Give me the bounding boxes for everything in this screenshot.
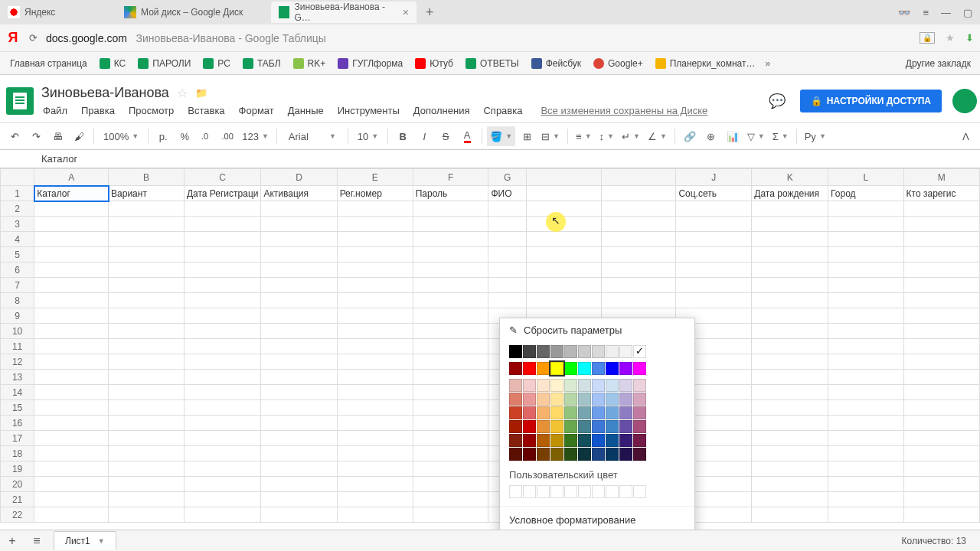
color-swatch[interactable] — [564, 345, 577, 358]
cell[interactable] — [527, 262, 602, 278]
cell[interactable] — [828, 293, 904, 308]
color-swatch[interactable] — [564, 434, 577, 447]
cell[interactable] — [828, 431, 904, 446]
menu-icon[interactable]: ≡ — [923, 7, 929, 18]
formula-bar[interactable]: Каталог — [0, 150, 980, 168]
cell[interactable] — [828, 370, 904, 385]
cell[interactable] — [413, 461, 488, 477]
cell[interactable] — [601, 217, 676, 232]
color-swatch[interactable] — [606, 448, 619, 461]
color-swatch[interactable] — [619, 345, 632, 358]
cell[interactable] — [109, 461, 185, 477]
cell[interactable] — [601, 293, 676, 308]
cell[interactable]: Каталог — [34, 186, 109, 201]
cell[interactable] — [337, 446, 413, 461]
cell[interactable] — [752, 385, 828, 400]
color-swatch[interactable] — [509, 406, 522, 419]
color-swatch[interactable] — [633, 420, 646, 433]
save-status[interactable]: Все изменения сохранены на Диске — [541, 105, 707, 116]
menu-addons[interactable]: Дополнения — [412, 103, 472, 118]
functions-icon[interactable]: Σ▼ — [769, 126, 792, 146]
bookmark[interactable]: Планерки_комнат… — [650, 56, 761, 71]
new-tab-button[interactable]: + — [418, 5, 442, 21]
cell[interactable] — [34, 461, 109, 477]
custom-swatch[interactable] — [619, 485, 632, 498]
custom-swatch[interactable] — [537, 485, 550, 498]
color-swatch[interactable] — [564, 406, 577, 419]
cell[interactable] — [903, 446, 979, 461]
cell[interactable] — [337, 477, 413, 492]
cell[interactable] — [828, 262, 904, 278]
row-header[interactable]: 8 — [1, 293, 34, 308]
reset-formatting[interactable]: ✎ Сбросить параметры — [500, 318, 694, 342]
cell[interactable] — [337, 339, 413, 354]
color-swatch[interactable] — [633, 345, 646, 358]
spreadsheet-grid[interactable]: ABCDEFGJKLM1КаталогВариантДата Регистрац… — [0, 168, 980, 530]
cell[interactable] — [601, 278, 676, 293]
cell[interactable] — [34, 416, 109, 431]
column-header[interactable] — [527, 169, 602, 186]
cell[interactable] — [337, 354, 413, 370]
currency-button[interactable]: р. — [153, 126, 173, 146]
color-swatch[interactable] — [550, 406, 564, 419]
color-swatch[interactable] — [523, 406, 536, 419]
cell[interactable]: Активация — [261, 186, 337, 201]
color-swatch[interactable] — [578, 406, 591, 419]
cell[interactable] — [828, 461, 904, 477]
bookmark[interactable]: ПАРОЛИ — [132, 56, 196, 71]
cell[interactable] — [109, 385, 185, 400]
decrease-decimal-button[interactable]: .0 — [196, 126, 216, 146]
bookmark[interactable]: ТАБЛ — [237, 56, 286, 71]
cell[interactable] — [601, 201, 676, 217]
cell[interactable] — [337, 308, 413, 324]
cell[interactable] — [752, 247, 828, 262]
row-header[interactable]: 20 — [1, 477, 34, 492]
cell[interactable] — [903, 507, 979, 523]
maximize-icon[interactable]: ▢ — [963, 7, 972, 18]
cell[interactable] — [903, 293, 979, 308]
cell[interactable] — [34, 262, 109, 278]
cell[interactable] — [261, 385, 337, 400]
cell[interactable] — [527, 293, 602, 308]
wrap-button[interactable]: ↵▼ — [619, 126, 643, 146]
browser-tab[interactable]: Яндекс — [0, 2, 115, 23]
cell[interactable] — [109, 400, 185, 416]
cell[interactable] — [184, 247, 261, 262]
cell[interactable] — [903, 278, 979, 293]
menu-edit[interactable]: Правка — [80, 103, 116, 118]
cell[interactable] — [828, 507, 904, 523]
cell[interactable] — [34, 217, 109, 232]
cell[interactable] — [903, 339, 979, 354]
cell[interactable] — [676, 201, 752, 217]
custom-swatch[interactable] — [578, 485, 591, 498]
cell[interactable] — [903, 416, 979, 431]
cell[interactable] — [903, 477, 979, 492]
row-header[interactable]: 17 — [1, 431, 34, 446]
cell[interactable] — [261, 446, 337, 461]
cell[interactable] — [413, 293, 488, 308]
cell[interactable] — [337, 262, 413, 278]
cell[interactable] — [903, 262, 979, 278]
cell[interactable]: ФИО — [488, 186, 527, 201]
bookmark[interactable]: ОТВЕТЫ — [460, 56, 524, 71]
cell[interactable] — [261, 507, 337, 523]
cell[interactable] — [828, 339, 904, 354]
cell[interactable] — [488, 247, 527, 262]
conditional-formatting[interactable]: Условное форматирование — [500, 508, 694, 530]
row-header[interactable]: 5 — [1, 247, 34, 262]
cell[interactable] — [34, 400, 109, 416]
download-icon[interactable]: ⬇ — [965, 32, 974, 44]
cell[interactable] — [828, 416, 904, 431]
yandex-logo-icon[interactable]: Я — [6, 31, 20, 45]
italic-button[interactable]: I — [414, 126, 434, 146]
cell[interactable] — [752, 232, 828, 247]
cell[interactable] — [261, 431, 337, 446]
row-header[interactable]: 1 — [1, 186, 34, 201]
bookmark[interactable]: ГУГЛформа — [332, 56, 408, 71]
color-swatch[interactable] — [564, 448, 577, 461]
row-header[interactable]: 18 — [1, 446, 34, 461]
color-swatch[interactable] — [578, 379, 591, 392]
color-swatch[interactable] — [564, 362, 577, 375]
cell[interactable] — [184, 278, 261, 293]
sheet-tab[interactable]: Лист1 ▼ — [54, 531, 116, 550]
